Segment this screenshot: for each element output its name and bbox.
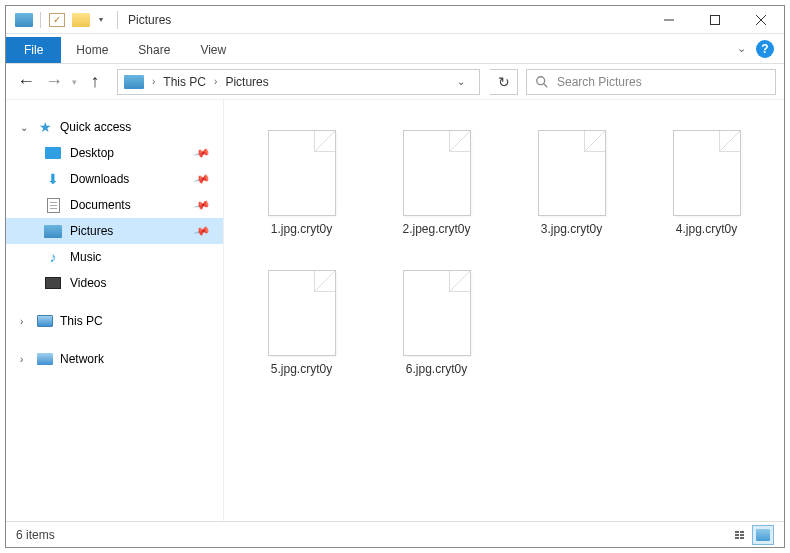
back-button[interactable]: ← [14,70,38,94]
minimize-button[interactable] [646,6,692,34]
expand-ribbon-icon[interactable]: ⌄ [737,42,746,55]
this-pc-label: This PC [60,314,103,328]
ribbon: File Home Share View ⌄ ? [6,34,784,64]
search-input[interactable]: Search Pictures [526,69,776,95]
sidebar-item-music[interactable]: ♪ Music [6,244,223,270]
sidebar-item-this-pc[interactable]: › This PC [6,308,223,334]
properties-icon[interactable]: ✓ [47,11,67,29]
sidebar-item-downloads[interactable]: ⬇ Downloads 📌 [6,166,223,192]
file-item[interactable]: 6.jpg.cryt0y [369,260,504,400]
this-pc-icon [36,313,54,329]
search-placeholder: Search Pictures [557,75,642,89]
address-bar[interactable]: › This PC › Pictures ⌄ [117,69,480,95]
documents-icon [44,197,62,213]
explorer-window: ✓ ▾ Pictures File Home Share View ⌄ ? ← … [5,5,785,548]
navigation-pane: ⌄ ★ Quick access Desktop 📌 ⬇ Downloads 📌… [6,100,224,521]
close-button[interactable] [738,6,784,34]
file-name: 5.jpg.cryt0y [271,362,332,376]
pin-icon: 📌 [193,170,212,188]
separator [117,11,118,29]
this-pc-group: › This PC [6,308,223,334]
new-folder-icon[interactable] [71,11,91,29]
recent-locations-dropdown[interactable]: ▾ [70,77,79,87]
search-icon [535,75,549,89]
chevron-right-icon[interactable]: › [150,76,157,87]
breadcrumb-pictures[interactable]: Pictures [225,75,268,89]
sidebar-item-label: Downloads [70,172,129,186]
tab-home[interactable]: Home [61,37,123,63]
details-view-button[interactable] [728,525,750,545]
svg-rect-1 [711,15,720,24]
sidebar-item-desktop[interactable]: Desktop 📌 [6,140,223,166]
file-name: 1.jpg.cryt0y [271,222,332,236]
file-item[interactable]: 5.jpg.cryt0y [234,260,369,400]
forward-button[interactable]: → [42,70,66,94]
svg-point-4 [537,76,545,84]
file-name: 2.jpeg.cryt0y [402,222,470,236]
window-title: Pictures [128,13,171,27]
quick-access-label: Quick access [60,120,131,134]
breadcrumb-this-pc[interactable]: This PC [163,75,206,89]
item-count: 6 items [16,528,55,542]
pictures-library-icon[interactable] [14,11,34,29]
sidebar-item-videos[interactable]: Videos [6,270,223,296]
tab-share[interactable]: Share [123,37,185,63]
file-name: 3.jpg.cryt0y [541,222,602,236]
qat-customize-dropdown[interactable]: ▾ [95,15,107,24]
pin-icon: 📌 [193,196,212,214]
downloads-icon: ⬇ [44,171,62,187]
quick-access-toolbar: ✓ ▾ Pictures [6,11,171,29]
file-list[interactable]: 1.jpg.cryt0y 2.jpeg.cryt0y 3.jpg.cryt0y … [224,100,784,521]
sidebar-item-quick-access[interactable]: ⌄ ★ Quick access [6,114,223,140]
file-icon [403,130,471,216]
sidebar-item-network[interactable]: › Network [6,346,223,372]
pin-icon: 📌 [193,222,212,240]
refresh-button[interactable]: ↻ [490,69,518,95]
quick-access-group: ⌄ ★ Quick access Desktop 📌 ⬇ Downloads 📌… [6,114,223,296]
file-tab[interactable]: File [6,37,61,63]
view-switcher [728,525,774,545]
videos-icon [44,275,62,291]
svg-line-5 [544,83,548,87]
file-item[interactable]: 2.jpeg.cryt0y [369,120,504,260]
sidebar-item-label: Documents [70,198,131,212]
titlebar: ✓ ▾ Pictures [6,6,784,34]
file-icon [673,130,741,216]
maximize-button[interactable] [692,6,738,34]
file-item[interactable]: 1.jpg.cryt0y [234,120,369,260]
pictures-icon [44,223,62,239]
file-icon [268,270,336,356]
tab-view[interactable]: View [185,37,241,63]
network-label: Network [60,352,104,366]
star-icon: ★ [36,119,54,135]
window-controls [646,6,784,34]
chevron-right-icon[interactable]: › [20,316,30,327]
chevron-down-icon[interactable]: ⌄ [20,122,30,133]
status-bar: 6 items [6,521,784,547]
sidebar-item-pictures[interactable]: Pictures 📌 [6,218,223,244]
desktop-icon [44,145,62,161]
explorer-body: ⌄ ★ Quick access Desktop 📌 ⬇ Downloads 📌… [6,100,784,521]
file-item[interactable]: 3.jpg.cryt0y [504,120,639,260]
navigation-bar: ← → ▾ ↑ › This PC › Pictures ⌄ ↻ Search … [6,64,784,100]
sidebar-item-label: Desktop [70,146,114,160]
help-icon[interactable]: ? [756,40,774,58]
file-icon [538,130,606,216]
sidebar-item-label: Music [70,250,101,264]
large-icons-view-button[interactable] [752,525,774,545]
pin-icon: 📌 [193,144,212,162]
music-icon: ♪ [44,249,62,265]
up-button[interactable]: ↑ [83,70,107,94]
sidebar-item-documents[interactable]: Documents 📌 [6,192,223,218]
address-dropdown-icon[interactable]: ⌄ [449,76,473,87]
chevron-right-icon[interactable]: › [212,76,219,87]
sidebar-item-label: Pictures [70,224,113,238]
file-name: 6.jpg.cryt0y [406,362,467,376]
file-item[interactable]: 4.jpg.cryt0y [639,120,774,260]
separator [40,12,41,28]
file-icon [268,130,336,216]
chevron-right-icon[interactable]: › [20,354,30,365]
network-group: › Network [6,346,223,372]
location-icon [124,75,144,89]
file-icon [403,270,471,356]
